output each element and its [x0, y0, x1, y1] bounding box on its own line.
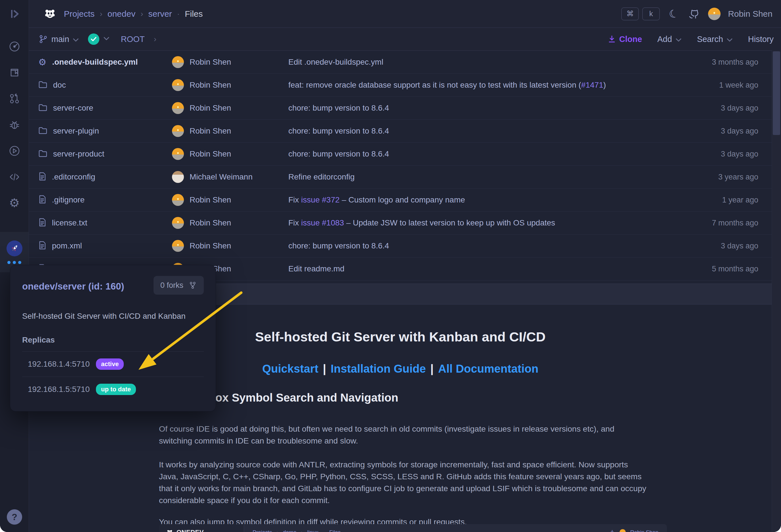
author-name: Robin Shen	[190, 241, 231, 251]
breadcrumb-server[interactable]: server	[148, 9, 172, 19]
file-link[interactable]: .editorconfig	[52, 172, 95, 181]
file-icon	[38, 218, 46, 228]
commit-message[interactable]: chore: bump version to 8.6.4	[288, 103, 389, 112]
pull-request-icon[interactable]	[8, 92, 21, 105]
all-documentation-link[interactable]: All Documentation	[438, 362, 538, 375]
author-name: Michael Weimann	[190, 172, 253, 181]
chevron-down-icon	[727, 35, 733, 44]
top-header: Projects › onedev › server · Files ⌘ k ☾…	[29, 0, 781, 28]
commit-date: 3 months ago	[687, 58, 781, 66]
status-chevron-down-icon[interactable]	[103, 37, 110, 42]
commit-message[interactable]: chore: bump version to 8.6.4	[288, 149, 389, 158]
search-menu[interactable]: Search	[697, 35, 733, 44]
issue-link[interactable]: issue #1083	[301, 218, 344, 227]
readme-embedded-screenshot: ONEDEV Projects› demo› linux· Files Robi…	[159, 524, 667, 532]
author-name: Robin Shen	[190, 81, 231, 90]
readme-paragraph: It works by analyzing source code with A…	[159, 458, 647, 506]
mini-download-icon	[609, 529, 615, 532]
commit-message[interactable]: chore: bump version to 8.6.4	[288, 127, 389, 135]
commit-date: 5 months ago	[687, 265, 781, 273]
github-icon[interactable]	[688, 7, 701, 20]
commit-status-icon[interactable]	[88, 34, 99, 45]
issue-link[interactable]: #1471	[581, 81, 603, 89]
installation-guide-link[interactable]: Installation Guide	[331, 362, 426, 375]
code-icon[interactable]	[8, 171, 21, 183]
sidebar-expand-icon[interactable]	[0, 0, 29, 28]
file-icon	[38, 195, 46, 205]
commit-message[interactable]: Fix	[288, 218, 301, 227]
commit-message-post: – Update JSW to latest version to keep u…	[344, 218, 555, 227]
commit-date: 3 days ago	[687, 241, 781, 251]
file-link[interactable]: license.txt	[52, 218, 87, 227]
table-row: doc Robin Shen feat: remove oracle datab…	[29, 74, 781, 97]
dashboard-icon[interactable]	[8, 40, 21, 53]
commit-message[interactable]: Fix	[288, 195, 301, 204]
author-name: Robin Shen	[190, 127, 231, 136]
settings-gear-icon[interactable]: ⚙	[8, 197, 21, 209]
forks-button[interactable]: 0 forks	[154, 276, 204, 295]
folder-icon	[38, 103, 47, 113]
mini-user-name: Robin Shen	[630, 529, 658, 532]
folder-icon	[38, 149, 47, 159]
table-row: .editorconfig Michael Weimann Refine edi…	[29, 166, 781, 188]
branch-name: main	[51, 35, 69, 44]
folder-icon	[38, 127, 47, 136]
onedev-logo[interactable]	[43, 7, 56, 20]
issue-link[interactable]: issue #372	[301, 195, 339, 204]
commit-message[interactable]: feat: remove oracle database support as …	[288, 81, 581, 89]
commit-message[interactable]: Edit .onedev-buildspec.yml	[288, 57, 383, 66]
branch-selector[interactable]: main	[38, 34, 79, 44]
user-avatar[interactable]	[708, 8, 721, 20]
author-avatar	[172, 79, 184, 91]
quickstart-link[interactable]: Quickstart	[262, 362, 319, 375]
file-link[interactable]: server-product	[53, 149, 105, 159]
commit-date: 3 days ago	[687, 127, 781, 136]
author-name: Robin Shen	[190, 57, 231, 66]
file-link[interactable]: server-plugin	[53, 127, 99, 136]
help-button[interactable]: ?	[7, 509, 22, 525]
mini-chevron: ›	[301, 529, 303, 532]
author-avatar	[172, 194, 184, 206]
docs-book-icon[interactable]	[8, 66, 21, 79]
breadcrumb-onedev[interactable]: onedev	[108, 9, 135, 19]
breadcrumb-projects[interactable]: Projects	[64, 9, 94, 19]
mini-onedev-logo	[166, 529, 173, 532]
add-menu[interactable]: Add	[657, 35, 682, 44]
cmd-keycap[interactable]: ⌘	[621, 7, 639, 20]
clone-button[interactable]: Clone	[608, 35, 642, 44]
dark-mode-moon-icon[interactable]: ☾	[666, 6, 682, 21]
path-root-link[interactable]: ROOT	[121, 35, 145, 44]
scrollbar-thumb[interactable]	[773, 51, 780, 135]
project-rocket-icon[interactable]	[6, 240, 23, 256]
file-link[interactable]: pom.xml	[52, 241, 82, 251]
file-link[interactable]: server-core	[53, 103, 93, 113]
user-name[interactable]: Robin Shen	[728, 9, 773, 19]
author-avatar	[172, 148, 184, 160]
author-name: Robin Shen	[190, 149, 231, 159]
author-avatar	[172, 217, 184, 229]
commit-message[interactable]: Refine editorconfig	[288, 172, 355, 181]
commit-date: 1 year ago	[687, 196, 781, 205]
mini-dot: ·	[323, 529, 325, 532]
history-button[interactable]: History	[748, 35, 774, 44]
file-link[interactable]: .onedev-buildspec.yml	[52, 57, 138, 66]
file-link[interactable]: .gitignore	[52, 195, 85, 205]
commit-message-post: – Custom logo and company name	[340, 195, 465, 204]
table-row: license.txt Robin Shen Fix issue #1083 –…	[29, 212, 781, 234]
bug-icon[interactable]	[8, 119, 21, 131]
file-link[interactable]: doc	[53, 81, 66, 90]
more-projects-ellipsis-icon[interactable]	[7, 261, 21, 264]
table-row: ⚙.onedev-buildspec.yml Robin Shen Edit .…	[29, 51, 781, 74]
commit-message[interactable]: Edit readme.md	[288, 264, 344, 273]
file-icon	[38, 241, 46, 251]
mini-logo-text: ONEDEV	[176, 529, 204, 532]
commit-message[interactable]: chore: bump version to 8.6.4	[288, 241, 389, 250]
project-description: Self-hosted Git Server with CI/CD and Ka…	[22, 312, 204, 321]
popup-project-title[interactable]: onedev/server (id: 160)	[22, 281, 124, 292]
table-row: server-plugin Robin Shen chore: bump ver…	[29, 120, 781, 143]
k-keycap[interactable]: k	[642, 7, 660, 20]
table-row: pom.xml Robin Shen chore: bump version t…	[29, 234, 781, 258]
add-label: Add	[657, 35, 672, 44]
builds-play-icon[interactable]	[8, 145, 21, 157]
mini-chevron: ›	[277, 529, 278, 532]
